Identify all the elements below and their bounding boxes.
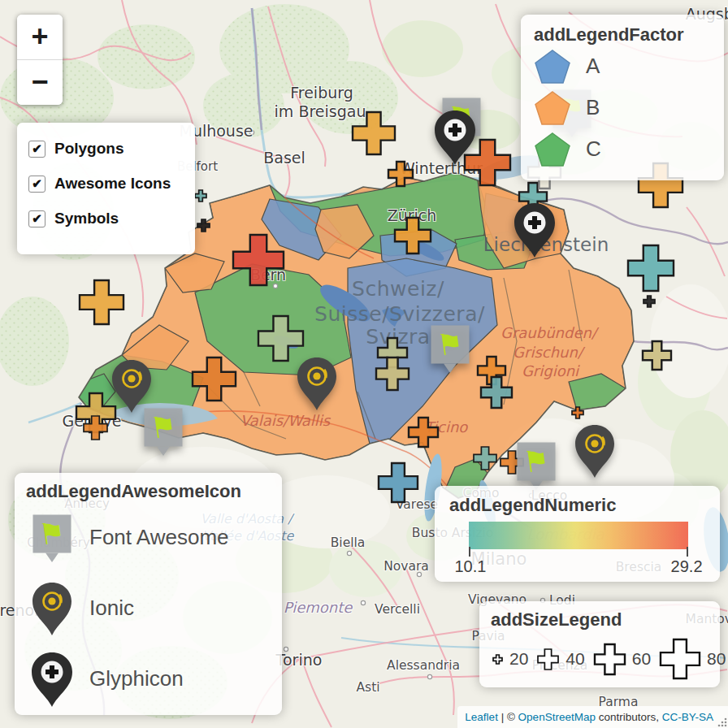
size-legend-cross-icon xyxy=(491,652,505,666)
checkbox-checked-icon[interactable]: ✔ xyxy=(28,141,46,158)
checkbox-checked-icon[interactable]: ✔ xyxy=(28,210,46,228)
size-legend-value: 60 xyxy=(632,649,651,669)
zoom-control: + − xyxy=(17,15,63,105)
svg-text:⚑: ⚑ xyxy=(521,443,552,479)
legend-factor-item: A xyxy=(534,46,711,87)
layer-toggle-row[interactable]: ✔Polygons xyxy=(28,140,184,158)
legend-awesome-item: Glyphicon xyxy=(26,644,271,714)
size-legend-value: 40 xyxy=(566,649,584,669)
pentagon-icon xyxy=(534,90,571,126)
legend-awesome-label: Ionic xyxy=(89,596,134,621)
glyphicon-pin-marker-icon xyxy=(26,650,78,708)
resize-grip-icon[interactable] xyxy=(717,717,727,727)
zoom-in-button[interactable]: + xyxy=(17,15,63,60)
legend-factor-item: C xyxy=(534,128,711,170)
ionic-pin-marker[interactable] xyxy=(295,355,339,415)
ionic-pin-marker[interactable] xyxy=(573,422,617,483)
pentagon-icon xyxy=(534,49,571,84)
legend-awesome-panel: addLegendAwesomeIcon ⚑Font AwesomeIonicG… xyxy=(15,473,282,715)
size-legend-cross-icon xyxy=(658,637,702,681)
attribution-contributors: contributors, xyxy=(596,711,662,723)
legend-awesome-label: Font Awesome xyxy=(89,525,229,550)
numeric-tick-min xyxy=(469,547,470,557)
legend-awesome-item: Ionic xyxy=(26,573,271,644)
layer-label: Symbols xyxy=(54,210,119,228)
license-link[interactable]: CC-BY-SA xyxy=(662,711,713,723)
glyphicon-pin-marker[interactable] xyxy=(512,201,557,262)
legend-numeric-panel: addLegendNumeric 10.1 29.2 xyxy=(435,486,720,582)
ionic-pin-marker[interactable] xyxy=(110,358,154,418)
numeric-max-label: 29.2 xyxy=(671,557,703,576)
svg-text:⚑: ⚑ xyxy=(435,326,466,362)
legend-factor-panel: addLegendFactor ABC xyxy=(521,15,724,180)
legend-awesome-item: ⚑Font Awesome xyxy=(26,502,271,573)
layer-label: Awesome Icons xyxy=(54,175,171,193)
layer-label: Polygons xyxy=(54,140,124,158)
size-legend-value: 20 xyxy=(509,649,528,669)
legend-factor-item: B xyxy=(534,87,711,128)
legend-awesome-label: Glyphicon xyxy=(89,666,184,691)
legend-size-panel: addSizeLegend 20406080 xyxy=(479,601,720,687)
legend-factor-label: C xyxy=(586,136,601,162)
legend-numeric-title: addLegendNumeric xyxy=(449,495,705,516)
ionic-pin-marker-icon xyxy=(26,580,78,637)
leaflet-link[interactable]: Leaflet xyxy=(465,711,498,723)
numeric-tick-max xyxy=(687,547,688,557)
legend-factor-label: B xyxy=(586,95,600,120)
legend-awesome-title: addLegendAwesomeIcon xyxy=(26,481,271,502)
svg-text:⚑: ⚑ xyxy=(37,514,67,551)
legend-factor-label: A xyxy=(586,54,600,79)
layer-toggle-row[interactable]: ✔Awesome Icons xyxy=(28,175,184,193)
zoom-out-button[interactable]: − xyxy=(17,60,63,105)
size-legend-cross-icon xyxy=(535,647,561,672)
font-awesome-flag-marker-icon: ⚑ xyxy=(26,513,78,563)
size-legend-value: 80 xyxy=(707,649,726,669)
attribution-bar: Leaflet | © OpenStreetMap contributors, … xyxy=(457,706,728,728)
openstreetmap-link[interactable]: OpenStreetMap xyxy=(518,711,596,723)
numeric-min-label: 10.1 xyxy=(454,557,486,576)
layers-control[interactable]: ✔Polygons✔Awesome Icons✔Symbols xyxy=(17,123,195,254)
numeric-gradient-bar xyxy=(469,522,688,549)
font-awesome-flag-marker[interactable]: ⚑ xyxy=(429,323,471,377)
legend-factor-title: addLegendFactor xyxy=(534,24,711,46)
layer-toggle-row[interactable]: ✔Symbols xyxy=(28,210,184,228)
legend-size-title: addSizeLegend xyxy=(491,609,708,630)
pentagon-icon xyxy=(534,132,571,167)
size-legend-cross-icon xyxy=(592,642,627,677)
attribution-separator: | © xyxy=(498,711,518,723)
glyphicon-pin-marker[interactable] xyxy=(432,108,478,170)
checkbox-checked-icon[interactable]: ✔ xyxy=(28,176,46,193)
map-container[interactable]: AugsburgFreiburgim BreisgauMulhouseBelfo… xyxy=(0,0,728,728)
